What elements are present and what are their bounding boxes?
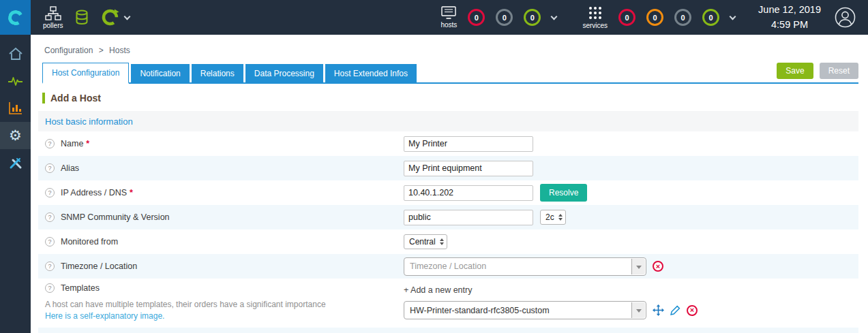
chevron-down-icon[interactable] bbox=[730, 13, 736, 20]
timezone-label: Timezone / Location bbox=[61, 261, 137, 271]
services-menu[interactable]: services bbox=[582, 5, 608, 29]
date-text: June 12, 2019 bbox=[758, 3, 821, 17]
hosts-up-badge[interactable]: 0 bbox=[524, 9, 541, 26]
centreon-logo-icon bbox=[6, 8, 25, 27]
section-title: Host basic information bbox=[45, 116, 133, 127]
form-row-templates: ? Templates A host can have multiple tem… bbox=[38, 279, 858, 328]
form-row-timezone: ? Timezone / Location Timezone / Locatio… bbox=[38, 254, 858, 279]
heartbeat-icon bbox=[8, 74, 23, 88]
snmp-label: SNMP Community & Version bbox=[61, 212, 170, 222]
hosts-down-badge[interactable]: 0 bbox=[468, 9, 485, 26]
add-template-entry-link[interactable]: + Add a new entry bbox=[404, 285, 472, 295]
sidebar-item-reporting[interactable] bbox=[0, 95, 31, 122]
sidebar-item-home[interactable] bbox=[0, 40, 31, 67]
name-label: Name bbox=[61, 139, 83, 148]
database-status[interactable] bbox=[75, 10, 89, 25]
help-icon[interactable]: ? bbox=[45, 212, 55, 222]
hosts-label: hosts bbox=[440, 21, 457, 29]
chart-icon bbox=[8, 101, 23, 115]
breadcrumb: Configuration > Hosts bbox=[38, 35, 858, 63]
snmp-community-input[interactable] bbox=[404, 210, 533, 225]
user-menu[interactable] bbox=[835, 7, 856, 28]
name-input[interactable] bbox=[404, 136, 533, 152]
user-avatar-icon bbox=[835, 7, 856, 28]
section-host-basic-information: Host basic information bbox=[38, 111, 858, 131]
tab-host-extended-infos[interactable]: Host Extended Infos bbox=[325, 64, 417, 82]
templates-helper-text: A host can have multiple templates, thei… bbox=[45, 300, 404, 309]
snmp-version-value: 2c bbox=[545, 212, 554, 222]
resolve-button[interactable]: Resolve bbox=[540, 184, 587, 202]
chevron-down-icon[interactable] bbox=[551, 13, 558, 20]
gear-icon: ⚙ bbox=[9, 129, 22, 143]
centreon-logo[interactable] bbox=[0, 0, 31, 35]
pollers-menu[interactable]: pollers bbox=[43, 6, 63, 29]
required-marker: * bbox=[86, 139, 89, 148]
hosts-status-group: hosts 0 0 0 bbox=[440, 6, 556, 29]
top-bar: pollers bbox=[0, 0, 868, 35]
services-unknown-badge[interactable]: 0 bbox=[674, 9, 691, 26]
host-form: ? Name * ? Alias bbox=[38, 131, 858, 333]
services-ok-badge[interactable]: 0 bbox=[702, 9, 719, 26]
services-status-group: services 0 0 0 0 bbox=[582, 5, 735, 29]
template-edit-icon[interactable] bbox=[670, 305, 680, 315]
timezone-placeholder: Timezone / Location bbox=[410, 261, 486, 271]
app-root: pollers bbox=[0, 0, 868, 333]
sidebar-item-monitoring[interactable] bbox=[0, 67, 31, 95]
sidebar-item-administration[interactable] bbox=[0, 149, 31, 176]
page-title-text: Add a Host bbox=[50, 93, 101, 104]
tab-notification[interactable]: Notification bbox=[131, 64, 189, 82]
required-marker: * bbox=[130, 188, 133, 197]
help-icon[interactable]: ? bbox=[45, 163, 55, 173]
alias-input[interactable] bbox=[404, 161, 533, 176]
time-text: 4:59 PM bbox=[758, 18, 821, 32]
page-title: Add a Host bbox=[42, 93, 858, 104]
tab-data-processing[interactable]: Data Processing bbox=[245, 64, 323, 82]
help-icon[interactable]: ? bbox=[45, 188, 55, 197]
breadcrumb-separator: > bbox=[99, 46, 104, 55]
form-row-monitored-from: ? Monitored from Central bbox=[38, 229, 858, 254]
sync-status[interactable] bbox=[101, 8, 130, 27]
template-delete-icon[interactable]: × bbox=[687, 305, 698, 316]
template-select-value: HW-Printer-standard-rfc3805-custom bbox=[410, 306, 550, 315]
wrench-icon bbox=[8, 155, 23, 170]
templates-label: Templates bbox=[61, 283, 100, 293]
timezone-clear-icon[interactable]: × bbox=[653, 261, 663, 272]
help-icon[interactable]: ? bbox=[45, 139, 55, 148]
snmp-version-select[interactable]: 2c bbox=[540, 210, 566, 225]
pollers-label: pollers bbox=[43, 22, 63, 29]
template-move-icon[interactable] bbox=[653, 304, 664, 316]
clock: June 12, 2019 4:59 PM bbox=[758, 3, 821, 31]
select-arrows-icon bbox=[558, 214, 563, 221]
hosts-unreachable-badge[interactable]: 0 bbox=[496, 9, 513, 26]
tab-bar: Host Configuration Notification Relation… bbox=[42, 63, 858, 84]
ip-address-input[interactable] bbox=[404, 185, 533, 201]
templates-helper-link[interactable]: Here is a self-explanatory image. bbox=[45, 311, 404, 321]
pollers-icon bbox=[45, 6, 61, 20]
form-row-snmp: ? SNMP Community & Version 2c bbox=[38, 205, 858, 229]
tab-relations[interactable]: Relations bbox=[192, 64, 243, 82]
database-icon bbox=[75, 10, 89, 25]
save-button[interactable]: Save bbox=[777, 63, 813, 79]
help-icon[interactable]: ? bbox=[45, 237, 55, 247]
hosts-menu[interactable]: hosts bbox=[440, 6, 457, 29]
sidebar: ⚙ bbox=[0, 35, 31, 333]
breadcrumb-hosts[interactable]: Hosts bbox=[109, 46, 130, 55]
refresh-ring-icon bbox=[101, 8, 119, 27]
alias-label: Alias bbox=[61, 163, 79, 173]
chevron-down-icon[interactable] bbox=[124, 13, 131, 20]
reset-button[interactable]: Reset bbox=[820, 63, 858, 79]
timezone-select[interactable]: Timezone / Location bbox=[404, 257, 646, 276]
sidebar-item-configuration[interactable]: ⚙ bbox=[0, 122, 31, 149]
services-icon bbox=[588, 5, 603, 20]
tab-host-configuration[interactable]: Host Configuration bbox=[42, 63, 129, 84]
dropdown-arrow-icon bbox=[631, 259, 645, 274]
breadcrumb-configuration[interactable]: Configuration bbox=[44, 46, 93, 55]
help-icon[interactable]: ? bbox=[45, 261, 55, 271]
services-critical-badge[interactable]: 0 bbox=[618, 9, 635, 26]
monitored-from-select[interactable]: Central bbox=[404, 234, 447, 249]
help-icon[interactable]: ? bbox=[45, 283, 55, 293]
services-warning-badge[interactable]: 0 bbox=[646, 9, 663, 26]
form-row-create-services: ? Create Services linked to the Template… bbox=[38, 328, 858, 333]
home-icon bbox=[8, 47, 23, 61]
template-select[interactable]: HW-Printer-standard-rfc3805-custom bbox=[404, 301, 646, 319]
